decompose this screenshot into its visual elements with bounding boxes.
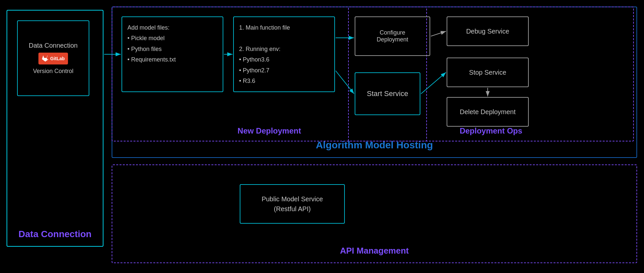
stop-service-box: Stop Service bbox=[447, 58, 529, 87]
api-management-box: API Management bbox=[112, 164, 637, 263]
debug-service-text: Debug Service bbox=[466, 28, 509, 35]
main-function-text: 1. Main function file 2. Running env: • … bbox=[239, 22, 329, 86]
main-function-item1: • Python3.6 bbox=[239, 56, 269, 63]
delete-deployment-text: Delete Deployment bbox=[460, 108, 516, 116]
main-function-item3: • R3.6 bbox=[239, 78, 255, 84]
add-model-text: Add model files: • Pickle model • Python… bbox=[127, 22, 217, 65]
deployment-ops-label: Deployment Ops bbox=[349, 126, 633, 136]
stop-service-text: Stop Service bbox=[469, 69, 506, 76]
data-connection-title: Data Connection bbox=[29, 42, 78, 49]
public-model-text: Public Model Service(Restful API) bbox=[262, 194, 323, 214]
main-function-item2: • Python2.7 bbox=[239, 67, 269, 74]
add-model-files-box: Add model files: • Pickle model • Python… bbox=[122, 16, 223, 92]
add-model-item3: • Requirements.txt bbox=[127, 56, 176, 63]
add-model-title: Add model files: bbox=[127, 24, 169, 31]
gitlab-text: GitLab bbox=[50, 56, 65, 61]
public-model-service-box: Public Model Service(Restful API) bbox=[240, 184, 345, 224]
add-model-item1: • Pickle model bbox=[127, 35, 165, 41]
data-connection-inner-box: Data Connection GitLab Version Control bbox=[17, 20, 89, 96]
add-model-item2: • Python files bbox=[127, 46, 162, 52]
start-service-text: Start Service bbox=[367, 89, 408, 98]
configure-deployment-box: ConfigureDeployment bbox=[355, 16, 430, 56]
debug-service-box: Debug Service bbox=[447, 16, 529, 46]
data-connection-box: Data Connection GitLab Version Control D… bbox=[7, 10, 103, 247]
version-control-label: Version Control bbox=[33, 68, 73, 75]
api-management-label: API Management bbox=[112, 246, 636, 256]
configure-deployment-text: ConfigureDeployment bbox=[377, 29, 408, 43]
main-function-line2: 2. Running env: bbox=[239, 46, 280, 52]
gitlab-logo: GitLab bbox=[38, 53, 68, 64]
diagram-container: Data Connection GitLab Version Control D… bbox=[0, 0, 644, 273]
delete-deployment-box: Delete Deployment bbox=[447, 97, 529, 127]
main-function-box: 1. Main function file 2. Running env: • … bbox=[233, 16, 335, 92]
main-function-line1: 1. Main function file bbox=[239, 24, 290, 31]
data-connection-footer-label: Data Connection bbox=[7, 229, 103, 239]
start-service-box: Start Service bbox=[355, 72, 420, 115]
